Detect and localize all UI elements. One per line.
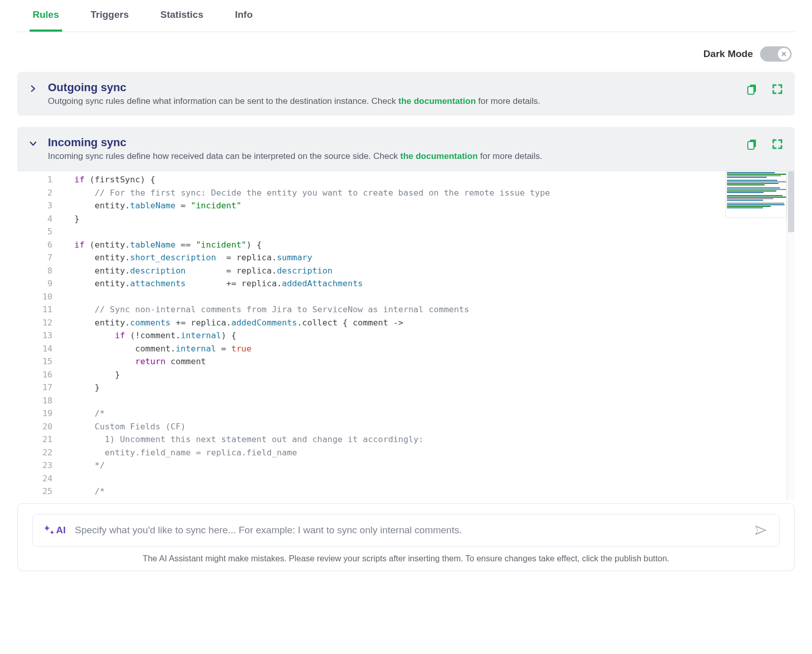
expand-icon[interactable] — [771, 83, 783, 95]
outgoing-panel-header[interactable]: Outgoing sync Outgoing sync rules define… — [17, 72, 795, 116]
ai-placeholder: Specify what you'd like to sync here... … — [75, 525, 745, 536]
scrollbar-thumb[interactable] — [788, 171, 794, 232]
ai-assistant-panel: AI Specify what you'd like to sync here.… — [17, 503, 795, 571]
expand-icon[interactable] — [771, 138, 783, 150]
line-number-gutter: 1234567891011121314151617181920212223242… — [17, 171, 62, 500]
minimap[interactable] — [725, 171, 787, 218]
dark-mode-row: Dark Mode ✕ — [17, 32, 795, 72]
tab-statistics[interactable]: Statistics — [157, 9, 206, 32]
ai-badge: AI — [45, 525, 66, 536]
incoming-panel-header[interactable]: Incoming sync Incoming sync rules define… — [17, 127, 795, 171]
tab-bar: Rules Triggers Statistics Info — [17, 0, 795, 32]
chevron-right-icon — [29, 84, 38, 93]
incoming-panel: Incoming sync Incoming sync rules define… — [17, 127, 795, 500]
tab-info[interactable]: Info — [232, 9, 256, 32]
code-content[interactable]: if (firstSync) { // For the first sync: … — [62, 171, 550, 500]
copy-icon[interactable] — [746, 83, 758, 95]
dark-mode-toggle[interactable]: ✕ — [760, 46, 792, 62]
chevron-down-icon — [29, 139, 38, 148]
vertical-scrollbar[interactable] — [787, 171, 795, 500]
tab-rules[interactable]: Rules — [30, 9, 62, 32]
outgoing-title: Outgoing sync — [48, 81, 736, 94]
outgoing-doc-link[interactable]: the documentation — [398, 96, 476, 106]
sparkle-icon — [45, 525, 55, 535]
send-icon[interactable] — [754, 524, 767, 537]
incoming-title: Incoming sync — [48, 136, 736, 149]
outgoing-subtitle: Outgoing sync rules define what informat… — [48, 96, 736, 106]
ai-disclaimer: The AI Assistant might make mistakes. Pl… — [32, 554, 780, 563]
svg-rect-1 — [748, 87, 754, 94]
svg-rect-3 — [748, 142, 754, 149]
incoming-subtitle: Incoming sync rules define how received … — [48, 151, 736, 161]
code-editor[interactable]: 1234567891011121314151617181920212223242… — [17, 171, 795, 500]
dark-mode-label: Dark Mode — [703, 48, 753, 60]
copy-icon[interactable] — [746, 138, 758, 150]
outgoing-panel: Outgoing sync Outgoing sync rules define… — [17, 72, 795, 116]
tab-triggers[interactable]: Triggers — [88, 9, 132, 32]
ai-input[interactable]: AI Specify what you'd like to sync here.… — [32, 514, 780, 547]
incoming-doc-link[interactable]: the documentation — [400, 151, 478, 161]
close-icon: ✕ — [778, 48, 790, 60]
